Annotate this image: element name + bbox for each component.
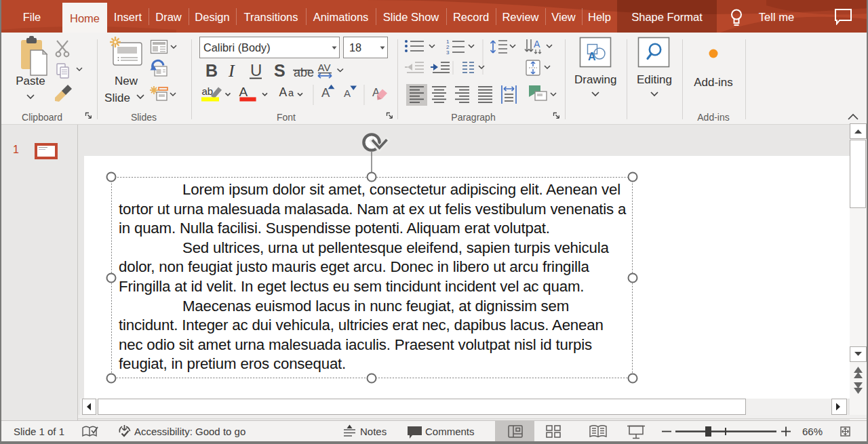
svg-text:abe: abe [294,66,314,79]
svg-text:I: I [228,61,235,81]
svg-text:A: A [588,51,596,62]
svg-text:a: a [288,87,294,98]
svg-text:ab: ab [202,85,214,97]
svg-text:A: A [279,85,288,99]
svg-text:3: 3 [446,49,450,56]
svg-text:A: A [534,39,540,49]
svg-text:AV: AV [318,62,331,73]
svg-text:A: A [239,85,248,99]
svg-text:B: B [205,61,218,80]
svg-text:S: S [274,61,285,80]
svg-text:A: A [344,87,351,99]
svg-text:U: U [250,61,262,79]
